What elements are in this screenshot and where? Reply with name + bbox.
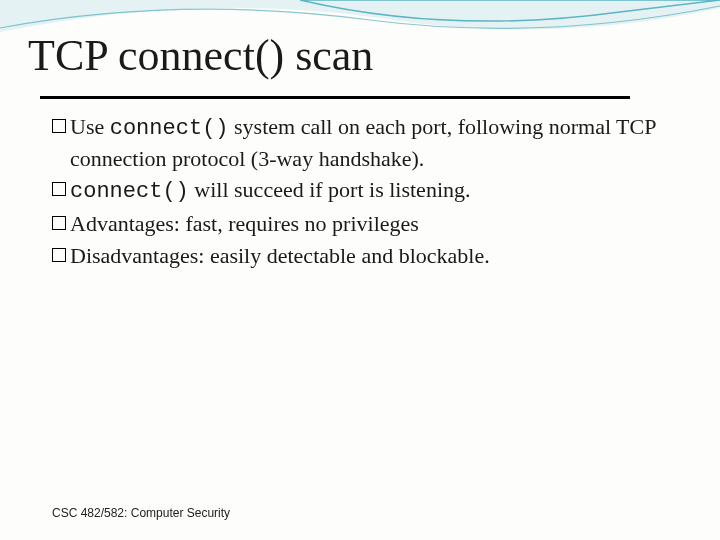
bullet-item: Disadvantages: easily detectable and blo… bbox=[52, 241, 660, 271]
bullet-text: Use connect() system call on each port, … bbox=[70, 112, 660, 173]
title-underline bbox=[40, 96, 630, 99]
slide-content: Use connect() system call on each port, … bbox=[52, 112, 660, 272]
bullet-text: Disadvantages: easily detectable and blo… bbox=[70, 241, 660, 271]
bullet-box-icon bbox=[52, 182, 66, 196]
bullet-box-icon bbox=[52, 216, 66, 230]
bullet-item: Use connect() system call on each port, … bbox=[52, 112, 660, 173]
slide-footer: CSC 482/582: Computer Security bbox=[52, 506, 230, 520]
bullet-text: connect() will succeed if port is listen… bbox=[70, 175, 660, 207]
bullet-text: Advantages: fast, requires no privileges bbox=[70, 209, 660, 239]
bullet-box-icon bbox=[52, 248, 66, 262]
bullet-item: Advantages: fast, requires no privileges bbox=[52, 209, 660, 239]
bullet-box-icon bbox=[52, 119, 66, 133]
bullet-item: connect() will succeed if port is listen… bbox=[52, 175, 660, 207]
slide-title: TCP connect() scan bbox=[28, 30, 373, 81]
